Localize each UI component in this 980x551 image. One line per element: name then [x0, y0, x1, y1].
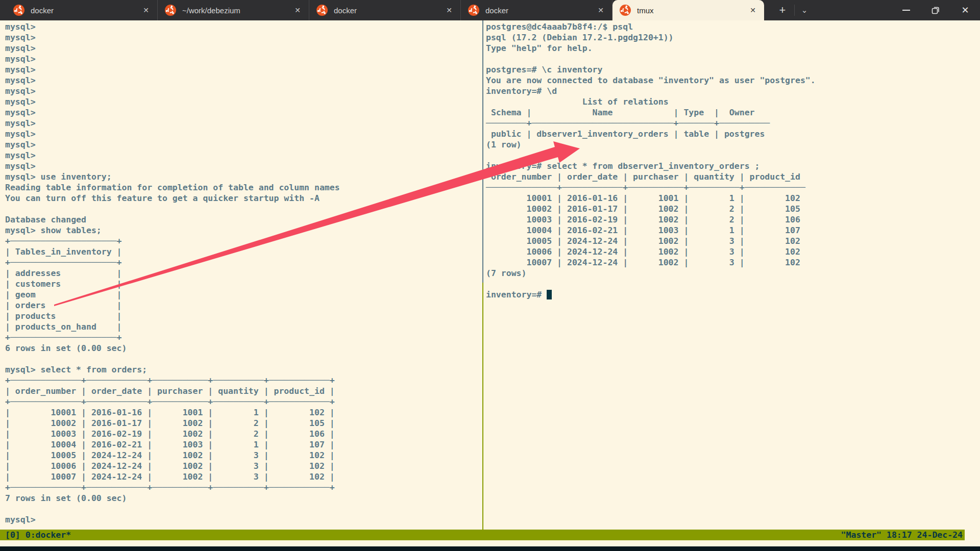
close-icon[interactable]: ✕ [140, 6, 152, 15]
restore-button[interactable] [926, 0, 945, 20]
chevron-down-icon: ⌄ [801, 6, 808, 15]
tab-strip: docker✕ ~/work/debezium✕ docker✕ docker✕ [6, 0, 764, 20]
tab-label: docker [485, 6, 589, 15]
restore-icon [930, 5, 941, 15]
ubuntu-logo-icon [620, 5, 631, 16]
tab-0-docker[interactable]: docker✕ [6, 0, 158, 20]
tab-2-docker[interactable]: docker✕ [309, 0, 461, 20]
close-icon[interactable]: ✕ [443, 6, 455, 15]
new-tab-button[interactable]: + [772, 0, 793, 20]
tab-1-work-debezium[interactable]: ~/work/debezium✕ [158, 0, 309, 20]
terminal-window: docker✕ ~/work/debezium✕ docker✕ docker✕ [0, 0, 980, 551]
tab-label: tmux [637, 6, 741, 15]
minimize-icon [902, 10, 910, 11]
minimize-button[interactable] [896, 0, 916, 20]
pane-divider-active[interactable] [482, 283, 483, 530]
tmux-session-window: [0] 0:docker* [5, 530, 71, 540]
psql-pane[interactable]: postgres@dc4aaab7b8f4:/$ psql psql (17.2… [486, 21, 816, 300]
tab-label: docker [31, 6, 134, 15]
tab-4-tmux[interactable]: tmux✕ [612, 0, 764, 20]
window-bottom-edge [0, 546, 980, 551]
close-icon[interactable]: ✕ [595, 6, 607, 15]
close-icon[interactable]: ✕ [747, 6, 759, 15]
close-icon: ✕ [961, 5, 969, 16]
close-window-button[interactable]: ✕ [955, 0, 975, 20]
tab-label: ~/work/debezium [182, 6, 285, 15]
plus-icon: + [779, 4, 786, 17]
tabs-menu-button[interactable]: ⌄ [795, 0, 814, 20]
tmux-status-bar: [0] 0:docker* "Master" 18:17 24-Dec-24 [0, 530, 965, 540]
ubuntu-logo-icon [13, 5, 24, 16]
tabbar-separator [794, 5, 795, 16]
ubuntu-logo-icon [468, 5, 479, 16]
mysql-pane[interactable]: mysql> mysql> mysql> mysql> mysql> mysql… [5, 21, 340, 525]
close-icon[interactable]: ✕ [291, 6, 304, 15]
ubuntu-logo-icon [316, 5, 328, 16]
tab-bar: docker✕ ~/work/debezium✕ docker✕ docker✕ [0, 0, 980, 20]
ubuntu-logo-icon [165, 5, 176, 16]
tmux-host-clock: "Master" 18:17 24-Dec-24 [841, 530, 963, 540]
pane-divider[interactable] [482, 20, 483, 283]
tab-3-docker[interactable]: docker✕ [461, 0, 612, 20]
tab-label: docker [334, 6, 437, 15]
terminal-cursor [547, 290, 552, 299]
